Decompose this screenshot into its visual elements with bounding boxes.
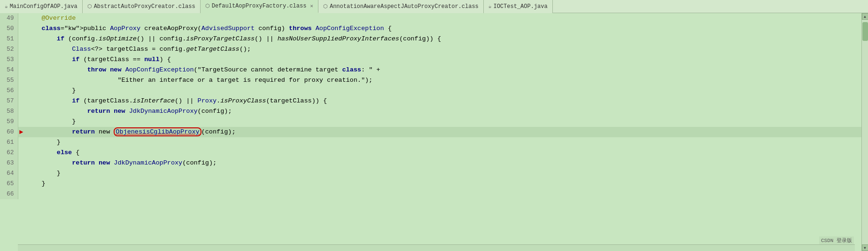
debug-arrow [18, 189, 24, 199]
tab-main-config-label: MainConfigOfAOP.java [10, 3, 78, 10]
code-line: if (targetClass.isInterface() || Proxy.i… [24, 96, 861, 106]
table-row: 63 return new JdkDynamicAopProxy(config)… [0, 158, 861, 168]
tab-main-config[interactable]: ☕ MainConfigOfAOP.java [0, 0, 83, 13]
code-line: return new ObjenesisCglibAopProxy(config… [24, 127, 861, 137]
line-number: 59 [0, 117, 18, 127]
line-number: 54 [0, 65, 18, 75]
line-number: 58 [0, 106, 18, 117]
java-file-icon-2: ☕ [488, 3, 492, 9]
debug-arrow [18, 106, 24, 117]
ide-window: ☕ MainConfigOfAOP.java ⬡ AbstractAutoPro… [0, 0, 868, 251]
table-row: 57 if (targetClass.isInterface() || Prox… [0, 96, 861, 106]
table-row: 56 } [0, 86, 861, 96]
code-table: 49 @Override50 class="kw">public AopProx… [0, 13, 861, 199]
table-row: 60► return new ObjenesisCglibAopProxy(co… [0, 127, 861, 137]
table-row: 58 return new JdkDynamicAopProxy(config)… [0, 106, 861, 117]
tab-ioc-test[interactable]: ☕ IOCTest_AOP.java [484, 0, 553, 13]
line-number: 60 [0, 127, 18, 137]
class-file-icon-2: ⬡ [205, 3, 210, 9]
debug-arrow [18, 179, 24, 189]
table-row: 55 "Either an interface or a target is r… [0, 75, 861, 86]
line-number: 51 [0, 34, 18, 44]
scroll-thumb[interactable] [862, 22, 868, 41]
debug-arrow [18, 44, 24, 55]
table-row: 64 } [0, 168, 861, 179]
code-line [24, 189, 861, 199]
line-number: 65 [0, 179, 18, 189]
tab-bar: ☕ MainConfigOfAOP.java ⬡ AbstractAutoPro… [0, 0, 868, 13]
code-line: } [24, 168, 861, 179]
table-row: 49 @Override [0, 13, 861, 24]
class-file-icon-3: ⬡ [323, 3, 328, 9]
code-line: } [24, 179, 861, 189]
table-row: 50 class="kw">public AopProxy createAopP… [0, 24, 861, 34]
vertical-scrollbar[interactable]: ▲ ▼ [861, 13, 868, 251]
code-line: return new JdkDynamicAopProxy(config); [24, 106, 861, 117]
code-line: else { [24, 148, 861, 158]
tab-annotation-aware-label: AnnotationAwareAspectJAutoProxyCreator.c… [330, 3, 479, 10]
debug-arrow [18, 65, 24, 75]
debug-arrow [18, 137, 24, 148]
scroll-down-button[interactable]: ▼ [862, 244, 868, 251]
table-row: 53 if (targetClass == null) { [0, 55, 861, 65]
debug-arrow [18, 158, 24, 168]
table-row: 65 } [0, 179, 861, 189]
code-line: return new JdkDynamicAopProxy(config); [24, 158, 861, 168]
tab-abstract-auto[interactable]: ⬡ AbstractAutoProxyCreator.class [83, 0, 201, 13]
debug-arrow [18, 34, 24, 44]
line-number: 49 [0, 13, 18, 24]
code-line: class="kw">public AopProxy createAopProx… [24, 24, 861, 34]
line-number: 56 [0, 86, 18, 96]
code-line: } [24, 117, 861, 127]
tab-default-factory-label: DefaultAopProxyFactory.class [212, 3, 307, 9]
code-line: } [24, 137, 861, 148]
line-number: 63 [0, 158, 18, 168]
line-number: 53 [0, 55, 18, 65]
class-file-icon-1: ⬡ [87, 3, 92, 9]
tab-ioc-test-label: IOCTest_AOP.java [493, 3, 547, 10]
code-line: @Override [24, 13, 861, 24]
tab-annotation-aware[interactable]: ⬡ AnnotationAwareAspectJAutoProxyCreator… [318, 0, 484, 13]
debug-arrow: ► [18, 127, 24, 137]
debug-arrow [18, 168, 24, 179]
line-number: 66 [0, 189, 18, 199]
debug-arrow [18, 86, 24, 96]
debug-arrow [18, 55, 24, 65]
table-row: 51 if (config.isOptimize() || config.isP… [0, 34, 861, 44]
code-area[interactable]: 49 @Override50 class="kw">public AopProx… [0, 13, 861, 251]
scroll-track[interactable] [862, 20, 868, 244]
tab-default-factory-close[interactable]: ✕ [310, 3, 313, 9]
table-row: 54 throw new AopConfigException("TargetS… [0, 65, 861, 75]
debug-arrow [18, 117, 24, 127]
line-number: 52 [0, 44, 18, 55]
debug-arrow [18, 96, 24, 106]
table-row: 62 else { [0, 148, 861, 158]
line-number: 57 [0, 96, 18, 106]
code-line: if (config.isOptimize() || config.isProx… [24, 34, 861, 44]
table-row: 61 } [0, 137, 861, 148]
horizontal-scrollbar[interactable] [18, 244, 855, 251]
status-bar: CSDN 登录版 [819, 236, 854, 244]
line-number: 61 [0, 137, 18, 148]
scroll-up-button[interactable]: ▲ [862, 13, 868, 20]
code-line: } [24, 86, 861, 96]
line-number: 50 [0, 24, 18, 34]
main-area: 49 @Override50 class="kw">public AopProx… [0, 13, 868, 251]
code-line: if (targetClass == null) { [24, 55, 861, 65]
debug-arrow [18, 75, 24, 86]
code-line: Class<?> targetClass = config.getTargetC… [24, 44, 861, 55]
table-row: 66 [0, 189, 861, 199]
code-line: throw new AopConfigException("TargetSour… [24, 65, 861, 75]
csdn-label: CSDN 登录版 [821, 238, 852, 243]
table-row: 59 } [0, 117, 861, 127]
debug-arrow [18, 148, 24, 158]
line-number: 62 [0, 148, 18, 158]
tab-default-factory[interactable]: ⬡ DefaultAopProxyFactory.class ✕ [201, 0, 318, 13]
debug-arrow [18, 13, 24, 24]
java-file-icon: ☕ [5, 3, 8, 9]
debug-arrow [18, 24, 24, 34]
code-line: "Either an interface or a target is requ… [24, 75, 861, 86]
highlighted-class: ObjenesisCglibAopProxy [114, 127, 201, 136]
table-row: 52 Class<?> targetClass = config.getTarg… [0, 44, 861, 55]
line-number: 55 [0, 75, 18, 86]
